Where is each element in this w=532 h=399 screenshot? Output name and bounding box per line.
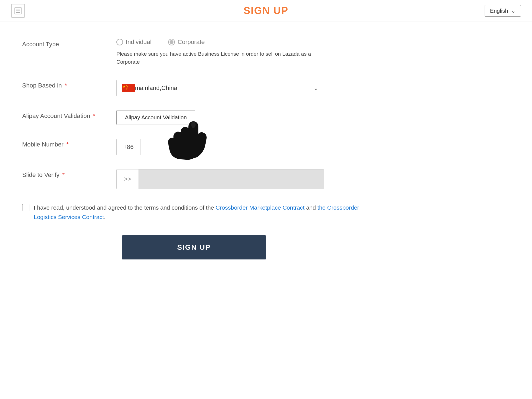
alipay-label: Alipay Account Validation *	[22, 110, 116, 120]
radio-corporate[interactable]: Corporate	[168, 38, 205, 46]
mobile-number-control: +86	[116, 139, 366, 155]
shop-based-in-value: mainland,China	[135, 84, 313, 92]
china-flag-icon	[122, 84, 135, 92]
shop-based-in-row: Shop Based in * mainland,China ⌄	[22, 80, 366, 96]
slide-verify-row: Slide to Verify * >>	[22, 169, 366, 189]
alipay-required-asterisk: *	[93, 112, 96, 119]
account-type-options: Individual Corporate	[116, 38, 366, 46]
terms-row: I have read, understood and agreed to th…	[22, 203, 366, 222]
mobile-number-label: Mobile Number *	[22, 139, 116, 148]
radio-corporate-circle	[168, 39, 175, 45]
page-header: SIGN UP English ⌄	[0, 0, 532, 22]
terms-text-before: I have read, understood and agreed to th…	[34, 204, 216, 211]
account-type-note: Please make sure you have active Busines…	[116, 50, 324, 66]
radio-individual[interactable]: Individual	[116, 38, 152, 46]
mobile-required-asterisk: *	[66, 141, 69, 148]
page-title: SIGN UP	[244, 5, 288, 17]
signup-form: Account Type Individual Corporate Please…	[0, 22, 388, 276]
terms-text-after: .	[104, 214, 106, 220]
signup-button[interactable]: SIGN UP	[122, 235, 266, 259]
account-type-label: Account Type	[22, 38, 116, 48]
alipay-control: Alipay Account Validation	[116, 110, 366, 125]
slide-verify-control: >>	[116, 169, 366, 189]
alipay-button[interactable]: Alipay Account Validation	[116, 110, 195, 125]
marketplace-contract-link[interactable]: Crossborder Marketplace Contract	[216, 204, 305, 211]
radio-individual-label: Individual	[126, 38, 152, 46]
mobile-prefix: +86	[117, 139, 140, 155]
shop-based-in-dropdown[interactable]: mainland,China ⌄	[116, 80, 324, 96]
language-selector[interactable]: English ⌄	[485, 5, 521, 17]
logo	[11, 4, 25, 18]
chevron-down-icon: ⌄	[511, 7, 516, 14]
terms-checkbox[interactable]	[22, 204, 29, 211]
account-type-row: Account Type Individual Corporate Please…	[22, 38, 366, 66]
required-asterisk: *	[65, 82, 67, 89]
terms-text: I have read, understood and agreed to th…	[34, 203, 366, 222]
signup-button-wrapper: SIGN UP	[22, 235, 366, 259]
shop-based-in-control: mainland,China ⌄	[116, 80, 366, 96]
mobile-input-field[interactable]	[140, 139, 324, 155]
radio-individual-circle	[116, 39, 123, 45]
radio-corporate-label: Corporate	[178, 38, 205, 46]
dropdown-chevron-icon: ⌄	[313, 84, 318, 92]
language-value: English	[490, 8, 508, 14]
slide-verify-label: Slide to Verify *	[22, 169, 116, 179]
slide-handle[interactable]: >>	[117, 169, 139, 189]
mobile-number-row: Mobile Number * +86	[22, 139, 366, 155]
account-type-control: Individual Corporate Please make sure yo…	[116, 38, 366, 66]
slide-required-asterisk: *	[62, 171, 65, 178]
terms-text-middle: and	[305, 204, 318, 211]
shop-based-in-label: Shop Based in *	[22, 80, 116, 89]
slide-track	[139, 169, 324, 189]
alipay-row: Alipay Account Validation * Alipay Accou…	[22, 110, 366, 125]
mobile-input-wrapper: +86	[116, 139, 324, 155]
slide-verify-wrapper[interactable]: >>	[116, 169, 324, 189]
